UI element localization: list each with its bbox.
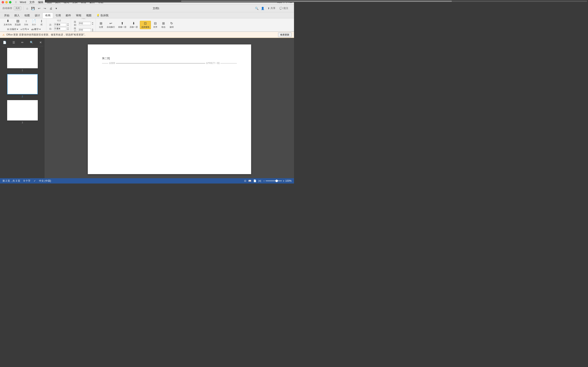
maximize-button[interactable] — [9, 1, 11, 3]
zoom-plus-btn[interactable]: + — [283, 179, 285, 183]
tab-tell-me[interactable]: 💡 告诉我 — [94, 13, 111, 18]
wrap-text-btn[interactable]: ↩ 自动换行 — [105, 21, 116, 29]
focus-mode-btn[interactable]: ⊡ — [244, 179, 246, 182]
hyphenation-icon: ab — [31, 28, 34, 31]
indent-right-input[interactable] — [54, 27, 66, 30]
text-cursor — [109, 57, 110, 60]
position-btn[interactable]: ⊞ 位置 — [97, 21, 105, 29]
line-numbers-dropdown-icon: ▾ — [27, 28, 29, 31]
topbar-right: 🔍 👤 ⬆ 共享 💬 批注 — [254, 6, 292, 10]
zoom-minus-btn[interactable]: − — [263, 179, 265, 183]
hyphenation-btn[interactable]: ab 断字 ▾ — [30, 27, 42, 31]
ruler-btn[interactable]: |≡| — [259, 179, 261, 182]
tab-design[interactable]: 设计 — [32, 13, 43, 18]
indent-section: 左: ▲▼ 右: ▲▼ — [48, 23, 70, 31]
move-forward-btn[interactable]: ⬆ 前移一层 — [117, 21, 128, 29]
menu-file[interactable]: 文件 — [29, 0, 35, 4]
customize-btn[interactable]: ▾ — [55, 6, 58, 10]
tab-draw[interactable]: 绘图 — [22, 13, 32, 18]
redo-btn[interactable]: ↪ — [43, 6, 47, 10]
indent-right-spinner[interactable]: ▲▼ — [67, 27, 69, 31]
profile-btn[interactable]: 👤 — [260, 6, 265, 10]
tab-layout[interactable]: 布局 — [43, 13, 53, 18]
breaks-icon: ⊟ — [7, 28, 9, 31]
save-btn[interactable]: 💾 — [30, 6, 35, 10]
spacing-before-input[interactable] — [79, 22, 91, 25]
search-btn[interactable]: 🔍 — [254, 6, 259, 10]
notification-bar: ⚠ Office 更新 若要保持使用最新安全更新、修复和改进，请选择"检查更新"… — [0, 32, 294, 38]
indent-left-input[interactable] — [54, 23, 66, 26]
page-heading-text: 第二页 — [102, 57, 109, 60]
page-2-thumbnail[interactable]: .. 2 — [2, 74, 43, 98]
text-direction-btn[interactable]: ⬍ 文本方向 — [2, 18, 13, 26]
check-update-button[interactable]: 检查更新 — [278, 33, 292, 37]
language[interactable]: 中文 (中国) — [39, 179, 51, 183]
breaks-btn[interactable]: ⊟ 分隔符 ▾ — [6, 27, 19, 31]
comment-button[interactable]: 💬 批注 — [278, 6, 290, 10]
spacing-before-label: 段前: — [74, 20, 78, 26]
columns-btn[interactable]: ⫿ 栏 — [38, 19, 45, 26]
indent-left-spinner[interactable]: ▲▼ — [67, 23, 69, 26]
indent-right-label: 右: — [49, 27, 53, 30]
zoom-slider-thumb — [276, 180, 278, 182]
size-btn[interactable]: 📄 大小 — [30, 18, 38, 26]
sidebar-search-icon[interactable]: 🔍 — [29, 40, 34, 44]
topbar-left: 自动保存 关闭 ⌂ 💾 ↩ ↪ 🖨 ▾ — [2, 6, 58, 10]
select-object-btn[interactable]: ⊡ 选择窗格 — [140, 21, 151, 29]
close-button[interactable] — [2, 1, 4, 3]
move-backward-icon: ⬇ — [132, 21, 135, 25]
comment-icon: 💬 — [279, 7, 283, 10]
page-1-thumbnail[interactable]: .. 1 — [2, 48, 43, 72]
read-mode-btn[interactable]: 📖 — [248, 179, 251, 182]
page-navigator-sidebar: 📄 ☰ ✏ 🔍 ✕ .. 1 .. 2 .. 3 — [0, 38, 45, 178]
topbar: 自动保存 关闭 ⌂ 💾 ↩ ↪ 🖨 ▾ 文档1 🔍 👤 ⬆ 共享 💬 批注 — [0, 4, 294, 12]
tab-review[interactable]: 审阅 — [73, 13, 84, 18]
rotate-btn[interactable]: ↻ 旋转 — [168, 21, 175, 29]
minimize-button[interactable] — [5, 1, 8, 3]
align-btn[interactable]: ⊟ 对齐 — [152, 21, 159, 29]
page-heading-line[interactable]: 第二页 — [102, 57, 237, 60]
orientation-btn[interactable]: ↕ 方向 — [22, 19, 30, 26]
sidebar-toolbar: 📄 ☰ ✏ 🔍 ✕ — [2, 40, 43, 46]
tab-view[interactable]: 视图 — [84, 13, 94, 18]
page-1-thumb-image: .. — [7, 48, 38, 68]
tab-references[interactable]: 引用 — [53, 13, 63, 18]
sidebar-close-icon[interactable]: ✕ — [39, 40, 43, 44]
autosave-toggle[interactable]: 关闭 — [14, 6, 21, 10]
proofread-icon[interactable]: ✓ — [34, 179, 36, 182]
sidebar-page-icon[interactable]: 📄 — [2, 40, 7, 44]
tab-insert[interactable]: 插入 — [12, 13, 22, 18]
ribbon-tabs: 开始 插入 绘图 设计 布局 引用 邮件 审阅 视图 💡 告诉我 — [0, 12, 294, 18]
line-numbers-btn[interactable]: ≡ 行号 ▾ — [20, 27, 30, 31]
document-page[interactable]: 第二页 分页符 分节符(下一页) — [88, 44, 251, 174]
layout-mode-btn[interactable]: 📄 — [253, 179, 256, 182]
move-backward-btn[interactable]: ⬇ 后移一层 — [129, 21, 139, 29]
tab-start[interactable]: 开始 — [2, 13, 12, 18]
menu-edit[interactable]: 编辑 — [38, 0, 43, 4]
margins-btn[interactable]: ▤ 页边距 — [13, 18, 22, 26]
spacing-after-label: 段后: — [74, 27, 78, 32]
print-btn[interactable]: 🖨 — [49, 6, 53, 10]
zoom-level[interactable]: 100% — [285, 179, 292, 182]
zoom-slider[interactable] — [266, 180, 282, 181]
menu-word[interactable]: Word — [20, 1, 26, 4]
page-3-thumbnail[interactable]: .. 3 — [2, 100, 43, 124]
window-controls — [2, 1, 11, 3]
apple-menu[interactable]:  — [16, 1, 17, 4]
document-canvas[interactable]: 第二页 分页符 分节符(下一页) — [45, 38, 294, 178]
undo-btn[interactable]: ↩ — [37, 6, 41, 10]
share-button[interactable]: ⬆ 共享 — [266, 6, 277, 10]
spacing-after-input[interactable] — [79, 28, 91, 32]
spacing-after-spinner[interactable]: ▲▼ — [92, 28, 94, 32]
spacing-before-spinner[interactable]: ▲▼ — [92, 22, 94, 25]
tab-mailings[interactable]: 邮件 — [63, 13, 73, 18]
page-break-text: 分页符 — [108, 62, 116, 65]
sidebar-outline-icon[interactable]: ☰ — [12, 40, 16, 44]
home-btn[interactable]: ⌂ — [26, 6, 29, 10]
doc-title: 文档1 — [60, 7, 252, 10]
sidebar-review-icon[interactable]: ✏ — [20, 40, 25, 44]
columns-icon: ⫿ — [41, 19, 43, 23]
group-btn[interactable]: ⊞ 组合 — [160, 21, 167, 29]
rotate-icon: ↻ — [170, 21, 173, 25]
line-numbers-icon: ≡ — [21, 28, 22, 31]
